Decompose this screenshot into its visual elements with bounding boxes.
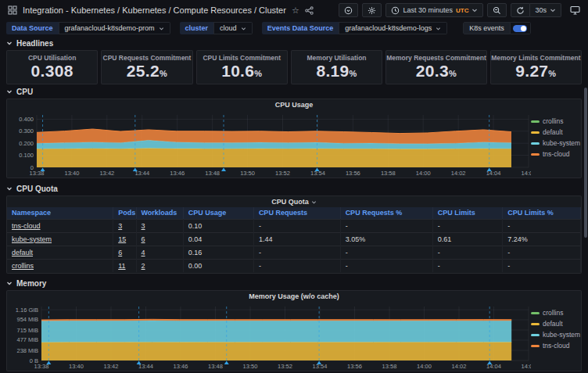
stat-value: 8.19% xyxy=(316,62,357,81)
panel-title-memory-usage[interactable]: Memory Usage (w/o cache) xyxy=(7,291,581,302)
table-cell: - xyxy=(253,259,340,272)
stat-panel-cpu-requests-commitment[interactable]: CPU Requests Commitment25.2% xyxy=(101,50,192,84)
column-header-pods[interactable]: Pods xyxy=(113,207,136,219)
zoom-out-time-button[interactable] xyxy=(487,3,507,17)
events-datasource-label: Events Data Source xyxy=(262,22,339,34)
table-cell: - xyxy=(253,246,340,259)
star-icon[interactable]: ☆ xyxy=(292,5,299,16)
chevron-down-icon xyxy=(436,26,441,31)
x-axis-tick-label: 14:02 xyxy=(452,363,467,370)
memory-usage-chart[interactable]: 13:3813:4013:4213:4413:4613:4813:5013:52… xyxy=(7,302,531,371)
table-cell: 3 xyxy=(113,219,136,232)
column-header-cpu-limits[interactable]: CPU Limits xyxy=(432,207,502,219)
table-cell: 3 xyxy=(136,219,183,232)
section-header-cpu[interactable]: CPU xyxy=(0,86,588,97)
table-cell-link[interactable]: crollins xyxy=(12,262,34,270)
circle-arrow-button[interactable] xyxy=(339,3,358,17)
time-range-picker[interactable]: Last 30 minutes UTC xyxy=(385,3,483,17)
stat-title: CPU Requests Commitment xyxy=(103,54,192,62)
share-icon[interactable] xyxy=(305,6,314,15)
stat-panel-cpu-limits-commitment[interactable]: CPU Limits Commitment10.6% xyxy=(196,50,288,84)
chevron-down-icon xyxy=(241,26,246,31)
column-header-cpu-requests[interactable]: CPU Requests xyxy=(253,207,340,219)
column-header-workloads[interactable]: Workloads xyxy=(136,207,183,219)
page-scrollbar[interactable] xyxy=(584,88,587,238)
table-cell-link[interactable]: 3 xyxy=(118,222,122,230)
x-axis-tick-label: 14:06 xyxy=(522,170,531,177)
section-header-memory[interactable]: Memory xyxy=(0,278,588,289)
refresh-button[interactable] xyxy=(511,3,530,17)
section-header-headlines[interactable]: Headlines xyxy=(0,38,588,48)
datasource-dropdown[interactable]: grafanacloud-k8sdemo-prom xyxy=(59,22,170,34)
events-datasource-dropdown[interactable]: grafanacloud-k8sdemo-logs xyxy=(339,22,447,34)
x-axis-tick-label: 13:50 xyxy=(243,363,258,370)
legend-item-crollins[interactable]: crollins xyxy=(531,117,581,125)
legend-item-crollins[interactable]: crollins xyxy=(531,309,581,317)
table-cell: 11 xyxy=(113,259,136,272)
legend-item-kube-system[interactable]: kube-system xyxy=(531,139,581,147)
refresh-interval-label: 30s xyxy=(535,6,547,14)
legend-item-default[interactable]: default xyxy=(531,128,581,136)
column-header-cpu-usage[interactable]: CPU Usage xyxy=(183,207,253,219)
chevron-down-icon xyxy=(6,280,13,286)
cpu-usage-chart[interactable]: 13:3813:4013:4213:4413:4613:4813:5013:52… xyxy=(7,110,531,178)
section-header-cpu-quota[interactable]: CPU Quota xyxy=(0,183,588,194)
events-datasource-value: grafanacloud-k8sdemo-logs xyxy=(345,24,432,32)
stat-panel-memory-limits-commitment[interactable]: Memory Limits Commitment9.27% xyxy=(490,50,582,84)
legend-item-tns-cloud[interactable]: tns-cloud xyxy=(531,342,581,350)
timezone-label: UTC xyxy=(456,7,468,14)
kiosk-mode-button[interactable] xyxy=(570,5,580,15)
refresh-button-group: 30s xyxy=(511,3,561,17)
apps-grid-icon[interactable] xyxy=(8,5,17,15)
table-cell: - xyxy=(503,259,581,272)
table-cell-link[interactable]: 4 xyxy=(142,249,145,256)
table-cell: - xyxy=(503,219,581,232)
annotation-marker[interactable] xyxy=(224,361,229,365)
legend-item-kube-system[interactable]: kube-system xyxy=(531,331,581,339)
y-axis-tick-label: 0 B xyxy=(30,357,38,364)
column-header-cpu-requests-[interactable]: CPU Requests % xyxy=(340,207,432,219)
table-cell-link[interactable]: kube-system xyxy=(12,235,52,243)
refresh-interval-dropdown[interactable]: 30s xyxy=(530,3,561,17)
legend-label: default xyxy=(543,128,563,136)
k8s-events-label: K8s events xyxy=(463,22,511,34)
x-axis-tick-label: 14:06 xyxy=(522,363,531,370)
k8s-events-toggle[interactable] xyxy=(511,22,531,34)
panel-title-cpu-quota[interactable]: CPU Quota xyxy=(7,196,581,207)
table-cell-link[interactable]: 6 xyxy=(118,249,122,256)
legend-label: tns-cloud xyxy=(543,342,570,350)
stat-panel-cpu-utilisation[interactable]: CPU Utilisation0.308 xyxy=(6,50,98,84)
cluster-label: cluster xyxy=(180,22,214,34)
table-cell: - xyxy=(432,246,502,259)
chevron-down-icon xyxy=(550,7,556,13)
table-cell-link[interactable]: default xyxy=(12,249,33,256)
stat-panel-memory-utilisation[interactable]: Memory Utilisation8.19% xyxy=(291,50,382,84)
column-header-namespace[interactable]: Namespace xyxy=(7,207,113,219)
legend-item-default[interactable]: default xyxy=(531,320,581,328)
table-row-crollins: crollins1120.00---- xyxy=(7,259,581,272)
table-cell-link[interactable]: 6 xyxy=(142,235,145,243)
stat-panel-memory-requests-commitment[interactable]: Memory Requests Commitment20.3% xyxy=(385,50,487,84)
y-axis-tick-label: 0.100 xyxy=(19,152,34,159)
table-cell-link[interactable]: 2 xyxy=(142,262,145,270)
chevron-down-icon xyxy=(471,7,478,13)
toggle-knob xyxy=(521,26,526,31)
table-cell-link[interactable]: 11 xyxy=(118,262,125,270)
table-cell: - xyxy=(340,246,432,259)
table-cell-link[interactable]: 3 xyxy=(142,222,145,230)
dashboard-settings-button[interactable] xyxy=(362,3,382,17)
cluster-dropdown[interactable]: cloud xyxy=(213,22,253,34)
legend-swatch xyxy=(531,334,540,336)
column-header-cpu-limits-[interactable]: CPU Limits % xyxy=(503,207,581,219)
stat-title: CPU Utilisation xyxy=(28,54,76,62)
annotation-marker[interactable] xyxy=(221,168,226,172)
table-cell-link[interactable]: 15 xyxy=(118,235,126,243)
memory-usage-panel: Memory Usage (w/o cache) 13:3813:4013:42… xyxy=(6,290,582,371)
gear-icon xyxy=(368,6,376,15)
table-cell-link[interactable]: tns-cloud xyxy=(12,222,41,230)
table-cell: 7.24% xyxy=(503,232,581,246)
panel-title-cpu-usage[interactable]: CPU Usage xyxy=(7,99,581,110)
legend-item-tns-cloud[interactable]: tns-cloud xyxy=(531,150,581,158)
breadcrumb[interactable]: Integration - Kubernetes / Kubernetes / … xyxy=(23,5,286,15)
x-axis-tick-label: 14:00 xyxy=(417,363,432,370)
